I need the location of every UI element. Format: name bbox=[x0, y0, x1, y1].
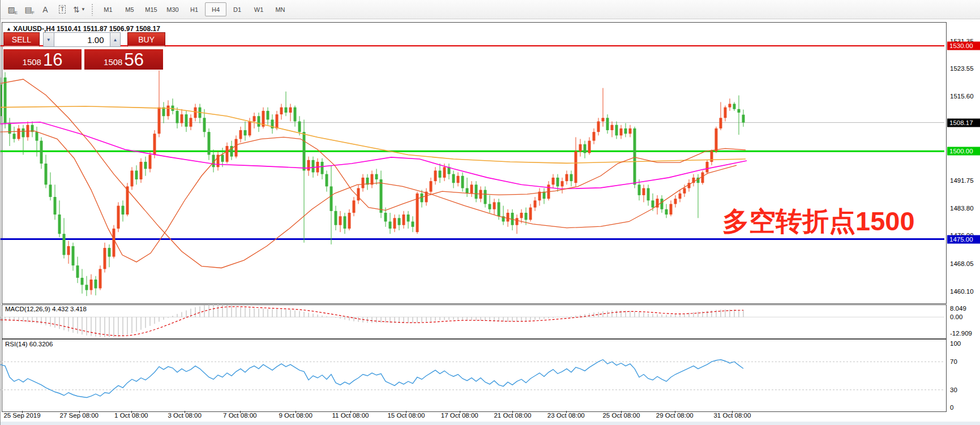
rsi-label: RSI(14) 60.3206 bbox=[5, 341, 53, 347]
date-tick-mark bbox=[675, 411, 675, 413]
date-tick-mark bbox=[350, 411, 351, 413]
timeframe-buttons: M1M5M15M30H1H4D1W1MN bbox=[97, 2, 291, 16]
date-tick-mark bbox=[185, 411, 185, 413]
date-tick-mark bbox=[79, 411, 80, 413]
text-label-icon[interactable]: A bbox=[37, 2, 54, 16]
bid-price-pips: 16 bbox=[43, 51, 62, 68]
macd-max-label: 8.049 bbox=[950, 305, 966, 312]
volume-input[interactable] bbox=[54, 32, 110, 47]
open-value: 1510.41 bbox=[57, 25, 81, 33]
rsi-chart[interactable] bbox=[1, 339, 944, 411]
price-tick-label: 1523.55 bbox=[950, 65, 974, 72]
rsi-100-label: 100 bbox=[950, 340, 961, 347]
date-tick-mark bbox=[22, 411, 23, 413]
bid-price-stem: 1508 bbox=[23, 57, 41, 67]
timeframe-button-mn[interactable]: MN bbox=[269, 2, 291, 16]
timeframe-group: M1M5M15M30H1H4D1W1MN bbox=[85, 2, 291, 17]
chart-ohlc-header: ▲ XAUUSD-,H4 1510.41 1511.87 1506.97 150… bbox=[6, 25, 160, 33]
mt4-window: ▨E▤FAT⇅▼ M1M5M15M30H1H4D1W1MN ▲ XAUUSD-,… bbox=[0, 0, 980, 425]
date-tick-mark bbox=[566, 411, 567, 413]
timeframe-button-h1[interactable]: H1 bbox=[183, 2, 205, 16]
ask-price-display: 1508 56 bbox=[84, 49, 163, 70]
price-tick-label: 1483.80 bbox=[950, 205, 974, 212]
bid-price-display: 1508 16 bbox=[3, 49, 82, 70]
macd-chart[interactable] bbox=[1, 304, 944, 338]
ask-price-pips: 56 bbox=[124, 51, 143, 68]
dropdown-caret-icon[interactable]: ▼ bbox=[81, 7, 85, 12]
date-tick-mark bbox=[460, 411, 460, 413]
price-badge-1500-00: 1500.00 bbox=[947, 147, 980, 156]
chart-annotation-text[interactable]: 多空转折点1500 bbox=[722, 206, 915, 236]
timeframe-button-w1[interactable]: W1 bbox=[248, 2, 269, 16]
price-tick-label: 1460.10 bbox=[950, 288, 974, 295]
timeframe-button-d1[interactable]: D1 bbox=[226, 2, 248, 16]
timeframe-button-m15[interactable]: M15 bbox=[140, 2, 162, 16]
price-tick-label: 1468.05 bbox=[950, 260, 974, 267]
price-tick-label: 1515.60 bbox=[950, 93, 974, 100]
price-badge-1475-00: 1475.00 bbox=[947, 235, 980, 243]
close-value: 1508.17 bbox=[135, 25, 160, 33]
date-tick-mark bbox=[296, 411, 296, 413]
price-tick-label: 1491.75 bbox=[950, 177, 974, 184]
toolbar: ▨E▤FAT⇅▼ M1M5M15M30H1H4D1W1MN bbox=[1, 0, 980, 19]
drawing-tools-group: ▨E▤FAT⇅▼ bbox=[3, 2, 88, 17]
rsi-line bbox=[1, 359, 743, 397]
price-badge-1530-00: 1530.00 bbox=[947, 42, 980, 50]
toolbar-grip-handle[interactable] bbox=[91, 3, 94, 16]
buy-button[interactable]: BUY bbox=[127, 32, 165, 47]
timeframe-button-m30[interactable]: M30 bbox=[162, 2, 183, 16]
macd-zero-label: 0.00 bbox=[950, 314, 962, 320]
price-badge-1508-17: 1508.17 bbox=[947, 118, 980, 127]
timeframe-button-m1[interactable]: M1 bbox=[97, 2, 119, 16]
date-tick-mark bbox=[621, 411, 622, 413]
date-tick-mark bbox=[732, 411, 733, 413]
low-value: 1506.97 bbox=[109, 25, 134, 33]
one-click-trade-panel: SELL ▼ ▲ BUY 1508 16 1508 56 bbox=[3, 32, 165, 70]
rsi-70-label: 70 bbox=[950, 358, 957, 365]
rsi-0-label: 0 bbox=[950, 404, 953, 411]
ask-price-stem: 1508 bbox=[104, 57, 122, 67]
macd-min-label: -12.909 bbox=[950, 330, 972, 337]
sell-button[interactable]: SELL bbox=[3, 32, 40, 47]
symbol-period-label: XAUUSD-,H4 bbox=[13, 25, 54, 33]
timeframe-button-h4[interactable]: H4 bbox=[205, 2, 226, 16]
status-strip bbox=[1, 422, 980, 425]
volume-decrease-button[interactable]: ▼ bbox=[43, 32, 54, 47]
text-tool-icon[interactable]: T bbox=[54, 2, 71, 16]
rsi-30-label: 30 bbox=[950, 387, 957, 393]
equidistant-channel-icon[interactable]: ▨E bbox=[3, 2, 20, 16]
date-tick-mark bbox=[240, 411, 241, 413]
timeframe-button-m5[interactable]: M5 bbox=[119, 2, 140, 16]
fibonacci-icon[interactable]: ▤F bbox=[20, 2, 37, 16]
macd-label: MACD(12,26,9) 4.432 3.418 bbox=[5, 306, 87, 312]
date-tick-mark bbox=[131, 411, 132, 413]
collapse-quote-icon[interactable]: ▲ bbox=[6, 26, 11, 32]
high-value: 1511.87 bbox=[83, 25, 108, 33]
date-tick-mark bbox=[512, 411, 513, 413]
volume-increase-button[interactable]: ▲ bbox=[110, 32, 121, 47]
date-tick-mark bbox=[406, 411, 406, 413]
